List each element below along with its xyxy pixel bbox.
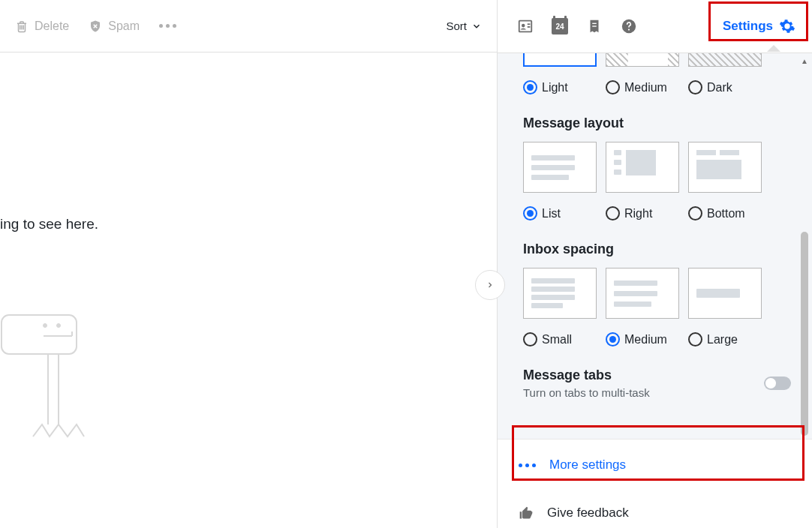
message-tabs-section: Message tabs Turn on tabs to multi-task — [523, 368, 791, 399]
svg-point-1 — [44, 324, 47, 328]
delete-button[interactable]: Delete — [15, 20, 69, 33]
theme-radio-row: Light Medium Dark — [523, 80, 791, 94]
spacing-thumb-medium[interactable] — [606, 268, 679, 319]
settings-footer: More settings Give feedback — [498, 439, 812, 528]
mailbox-illustration — [0, 312, 98, 447]
theme-thumb-medium[interactable] — [606, 53, 679, 67]
spacing-option-label: Large — [707, 333, 738, 346]
give-feedback-button[interactable]: Give feedback — [498, 490, 812, 528]
svg-point-8 — [522, 24, 525, 28]
spacing-thumb-large[interactable] — [688, 268, 762, 319]
layout-thumb-list[interactable] — [523, 142, 597, 193]
inbox-spacing-section: Inbox spacing Small Med — [523, 242, 791, 346]
layout-option-bottom[interactable]: Bottom — [688, 206, 762, 220]
message-layout-section: Message layout — [523, 116, 791, 220]
layout-option-right[interactable]: Right — [606, 206, 679, 220]
theme-thumbnails — [523, 53, 791, 67]
message-tabs-subtitle: Turn on tabs to multi-task — [523, 386, 650, 399]
settings-body: ▲ ▼ Light Medium Dark Mes — [498, 52, 812, 439]
theme-option-label: Medium — [624, 81, 667, 94]
spacing-option-medium[interactable]: Medium — [606, 332, 679, 346]
empty-message: ing to see here. — [0, 216, 98, 232]
svg-rect-0 — [2, 315, 77, 354]
chevron-down-icon — [471, 21, 482, 32]
theme-option-dark[interactable]: Dark — [688, 80, 762, 94]
sort-button[interactable]: Sort — [446, 20, 482, 32]
message-tabs-toggle[interactable] — [764, 376, 791, 390]
layout-thumb-bottom[interactable] — [688, 142, 762, 193]
more-actions-button[interactable] — [159, 24, 176, 28]
theme-thumb-dark[interactable] — [688, 53, 762, 67]
ellipsis-icon — [519, 464, 536, 467]
message-layout-thumbs — [523, 142, 791, 193]
layout-option-label: Bottom — [707, 207, 745, 220]
message-layout-title: Message layout — [523, 116, 791, 131]
spacing-option-label: Small — [542, 333, 572, 346]
theme-option-label: Dark — [707, 81, 732, 94]
trash-icon — [15, 20, 29, 33]
empty-mailbox-area: ing to see here. — [0, 52, 497, 528]
inbox-spacing-thumbs — [523, 268, 791, 319]
calendar-icon[interactable]: 24 — [552, 18, 568, 34]
spacing-option-large[interactable]: Large — [688, 332, 762, 346]
sort-label: Sort — [446, 20, 467, 32]
svg-point-14 — [628, 28, 630, 30]
thumbs-up-icon — [519, 506, 534, 520]
spam-label: Spam — [108, 20, 140, 33]
ellipsis-icon — [159, 24, 176, 28]
expand-chevron-button[interactable] — [475, 270, 505, 300]
layout-option-label: List — [542, 207, 561, 220]
scroll-up-arrow[interactable]: ▲ — [801, 58, 808, 65]
message-tabs-title: Message tabs — [523, 368, 650, 383]
shield-x-icon — [89, 20, 102, 33]
layout-option-label: Right — [624, 207, 652, 220]
chevron-right-icon — [486, 280, 495, 290]
spacing-option-small[interactable]: Small — [523, 332, 597, 346]
scroll-thumb[interactable] — [801, 232, 808, 436]
theme-thumb-light[interactable] — [523, 53, 597, 67]
delete-label: Delete — [35, 20, 69, 33]
message-layout-radio-row: List Right Bottom — [523, 206, 791, 220]
toolbar-left-group: Delete Spam — [15, 20, 176, 33]
spam-button[interactable]: Spam — [89, 20, 140, 33]
gear-icon — [779, 18, 795, 34]
scrollbar: ▲ ▼ — [798, 58, 810, 439]
theme-option-light[interactable]: Light — [523, 80, 597, 94]
theme-option-label: Light — [542, 81, 568, 94]
svg-point-2 — [57, 324, 61, 328]
settings-label: Settings — [723, 19, 773, 34]
spacing-thumb-small[interactable] — [523, 268, 597, 319]
contacts-icon[interactable] — [517, 18, 534, 34]
main-toolbar: Delete Spam Sort — [0, 0, 497, 52]
inbox-spacing-title: Inbox spacing — [523, 242, 791, 257]
notepad-icon[interactable] — [586, 18, 603, 34]
more-settings-label: More settings — [549, 458, 626, 472]
settings-button[interactable]: Settings — [718, 15, 800, 38]
layout-thumb-right[interactable] — [606, 142, 679, 193]
inbox-spacing-radio-row: Small Medium Large — [523, 332, 791, 346]
settings-panel: 24 Settings ▲ ▼ Light Medium — [497, 0, 812, 528]
settings-header: 24 Settings — [498, 0, 812, 52]
theme-option-medium[interactable]: Medium — [606, 80, 679, 94]
help-icon[interactable] — [621, 18, 637, 34]
give-feedback-label: Give feedback — [547, 506, 629, 520]
layout-option-list[interactable]: List — [523, 206, 597, 220]
spacing-option-label: Medium — [624, 333, 667, 346]
more-settings-button[interactable]: More settings — [498, 440, 812, 490]
calendar-day-number: 24 — [555, 22, 564, 31]
